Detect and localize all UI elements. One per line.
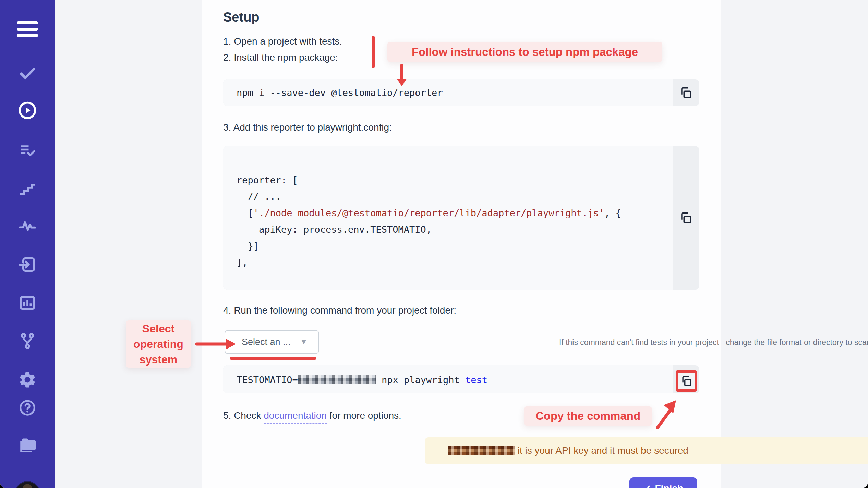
step-3: 3. Add this reporter to playwright.confi… [223,122,392,133]
page-title: Setup [223,9,260,25]
annotation-line: operating [133,337,183,352]
step-5-suffix: for more options. [327,410,401,421]
copy-install-button[interactable] [679,86,692,100]
os-select-dropdown[interactable]: Select an ... ▼ [225,330,319,354]
sidebar-item-analytics[interactable] [18,293,37,313]
config-code-block: reporter: [ // ... ['./node_modules/@tes… [223,146,699,290]
sidebar-item-tests[interactable] [17,63,37,83]
copy-icon [679,86,692,99]
scan-hint-text: If this command can't find tests in your… [559,337,868,347]
annotation-arrow-down-icon [394,64,409,88]
user-avatar[interactable] [14,481,40,488]
config-code: reporter: [ // ... ['./node_modules/@tes… [237,172,665,271]
activity-icon [18,216,37,235]
step-5-prefix: 5. Check [223,410,264,421]
sidebar-item-steps[interactable] [18,179,37,197]
install-code-block: npm i --save-dev @testomatio/reporter [223,79,699,106]
annotation-copy-note: Copy the command [524,406,652,426]
annotation-line: Select [142,321,174,337]
env-prefix: TESTOMATIO= [237,375,298,385]
sidebar-item-runs-active[interactable] [17,100,37,120]
check-icon: ✓ [643,483,651,488]
step-1: 1. Open a project with tests. [223,36,342,47]
annotation-underline [230,357,316,360]
annotation-npm-note: Follow instructions to setup npm package [387,42,662,62]
chevron-down-icon: ▼ [300,338,308,346]
play-circle-icon [17,100,37,120]
check-icon [17,63,37,83]
gear-icon [18,370,37,389]
annotation-select-os: Select operating system [126,320,191,368]
command-highlight: test [465,375,487,385]
copy-icon [680,375,692,387]
folder-icon [17,435,37,454]
sidebar-item-test-plans[interactable] [18,141,37,160]
warning-message: it is your API key and it must be secure… [515,445,688,456]
copy-config-button[interactable] [679,211,692,225]
branch-merge-icon [18,331,37,351]
sidebar-item-settings[interactable] [18,370,37,389]
redacted-api-key [448,446,515,455]
annotation-line: system [140,352,177,367]
sidebar [0,0,55,488]
annotation-arrow-right-icon [195,337,237,352]
annotation-arrow-diagonal-icon [651,398,679,430]
sign-in-icon [17,255,37,274]
list-check-icon [18,141,37,160]
run-command-block: TESTOMATIO= npx playwright test [223,365,699,393]
stairs-icon [18,179,37,197]
finish-label: Finish [655,483,683,488]
help-circle-icon [18,399,37,417]
annotation-vertical-line [372,36,375,68]
copy-icon [679,211,692,224]
warning-text: it is your API key and it must be secure… [448,445,688,456]
hamburger-icon [17,21,38,37]
sidebar-item-projects[interactable] [17,435,37,454]
command-middle: npx playwright [376,375,465,385]
menu-button[interactable] [17,21,38,37]
bar-chart-icon [18,293,37,313]
os-select-value: Select an ... [242,337,291,347]
step-5: 5. Check documentation for more options. [223,410,401,422]
redacted-api-key [298,375,376,384]
copy-run-command-button[interactable] [680,375,692,387]
finish-button[interactable]: ✓ Finish [629,477,697,488]
run-command-text: TESTOMATIO= npx playwright test [237,375,487,385]
documentation-link[interactable]: documentation [264,410,327,424]
sidebar-item-help[interactable] [18,399,37,417]
step-4: 4. Run the following command from your p… [223,305,456,316]
sidebar-item-branches[interactable] [18,331,37,351]
step-2: 2. Install the npm package: [223,52,338,63]
testomatio-setup-page: Setup 1. Open a project with tests. 2. I… [0,0,868,488]
install-command-text: npm i --save-dev @testomatio/reporter [237,87,443,98]
sidebar-item-import-runs[interactable] [17,255,37,274]
sidebar-item-pulse[interactable] [18,216,37,235]
annotation-copy-highlight-box [676,370,697,392]
api-key-warning-banner: it is your API key and it must be secure… [425,437,868,464]
